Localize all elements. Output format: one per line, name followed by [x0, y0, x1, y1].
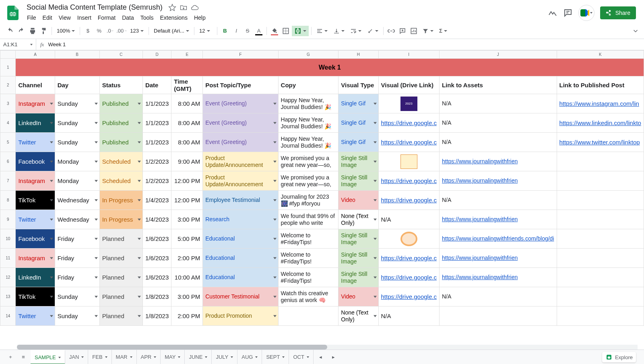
time-cell[interactable]: 12:00 PM — [171, 191, 203, 210]
day-cell[interactable]: Wednesday — [55, 191, 99, 210]
day-cell[interactable]: Sunday — [55, 94, 99, 113]
copy-cell[interactable] — [278, 306, 339, 326]
col-header-J[interactable]: J — [439, 51, 557, 59]
col-header-F[interactable]: F — [203, 51, 278, 59]
visual-type-cell[interactable]: Video — [339, 287, 378, 306]
day-cell[interactable]: Sunday — [55, 287, 99, 306]
day-cell[interactable]: Sunday — [55, 306, 99, 326]
topic-cell[interactable]: Educational — [203, 249, 278, 268]
day-cell[interactable]: Friday — [55, 249, 99, 268]
published-link-cell[interactable] — [557, 249, 644, 268]
day-cell[interactable]: Wednesday — [55, 210, 99, 229]
published-link-cell[interactable] — [557, 306, 644, 326]
published-link-cell[interactable]: https://www.twitter.com/linktop — [557, 133, 644, 152]
column-header[interactable]: Day — [55, 76, 99, 94]
status-cell[interactable]: Scheduled — [99, 152, 142, 171]
activity-icon[interactable] — [548, 8, 557, 18]
row-header-14[interactable]: 14 — [0, 306, 16, 326]
published-link-cell[interactable] — [557, 287, 644, 306]
status-cell[interactable]: Planned — [99, 306, 142, 326]
visual-cell[interactable]: 2023 — [378, 94, 439, 113]
day-cell[interactable]: Monday — [55, 152, 99, 171]
date-cell[interactable]: 1/1/2023 — [142, 94, 171, 113]
share-button[interactable]: Share — [600, 6, 636, 19]
column-header[interactable]: Date — [142, 76, 171, 94]
time-cell[interactable]: 2:00 PM — [171, 249, 203, 268]
assets-cell[interactable]: N/A — [439, 113, 557, 133]
col-header-G[interactable]: G — [278, 51, 339, 59]
published-link-cell[interactable] — [557, 268, 644, 287]
day-cell[interactable]: Sunday — [55, 133, 99, 152]
zoom-dropdown[interactable]: 100% — [54, 26, 77, 36]
topic-cell[interactable]: Product Update/Announcement — [203, 152, 278, 171]
status-cell[interactable]: Planned — [99, 249, 142, 268]
assets-cell[interactable]: https://www.journalingwithfrien — [439, 210, 557, 229]
visual-cell[interactable] — [378, 229, 439, 249]
col-header-B[interactable]: B — [55, 51, 99, 59]
doc-title[interactable]: Social Media Content Template (Semrush) — [24, 2, 165, 12]
status-cell[interactable]: In Progress — [99, 191, 142, 210]
menu-extensions[interactable]: Extensions — [157, 13, 190, 23]
visual-type-cell[interactable]: Single Still Image — [339, 268, 378, 287]
row-header-13[interactable]: 13 — [0, 287, 16, 306]
column-header[interactable]: Link to Published Post — [557, 76, 644, 94]
italic-button[interactable]: I — [231, 26, 242, 36]
topic-cell[interactable]: Customer Testimonial — [203, 287, 278, 306]
row-header-4[interactable]: 4 — [0, 113, 16, 133]
visual-type-cell[interactable]: Single Still Image — [339, 249, 378, 268]
date-cell[interactable]: 1/4/2023 — [142, 191, 171, 210]
topic-cell[interactable]: Educational — [203, 268, 278, 287]
copy-cell[interactable]: Happy New Year, Journal Buddies! 🎉 — [278, 94, 339, 113]
menu-data[interactable]: Data — [119, 13, 137, 23]
channel-cell[interactable]: Facebook — [16, 152, 55, 171]
insert-chart-button[interactable] — [409, 26, 419, 36]
menu-help[interactable]: Help — [191, 13, 208, 23]
channel-cell[interactable]: LinkedIn — [16, 268, 55, 287]
currency-button[interactable]: $ — [83, 26, 93, 36]
time-cell[interactable]: 8:00 AM — [171, 133, 203, 152]
move-icon[interactable] — [180, 4, 188, 12]
day-cell[interactable]: Monday — [55, 171, 99, 191]
font-family-dropdown[interactable]: Default (Ari... — [151, 26, 192, 36]
strikethrough-button[interactable]: S — [242, 26, 253, 36]
formula-input[interactable]: Week 1 — [48, 41, 66, 47]
visual-cell[interactable]: https://drive.google.c — [378, 133, 439, 152]
col-header-C[interactable]: C — [99, 51, 142, 59]
day-cell[interactable]: Friday — [55, 268, 99, 287]
cloud-icon[interactable] — [191, 4, 199, 12]
copy-cell[interactable]: We found that 99% of people who write — [278, 210, 339, 229]
topic-cell[interactable]: Event (Greeting) — [203, 133, 278, 152]
col-header-D[interactable]: D — [142, 51, 171, 59]
time-cell[interactable]: 12:00 PM — [171, 171, 203, 191]
published-link-cell[interactable] — [557, 171, 644, 191]
assets-cell[interactable]: N/A — [439, 133, 557, 152]
copy-cell[interactable]: Watch this creative genius at work 🧠 — [278, 287, 339, 306]
insert-comment-button[interactable] — [397, 26, 408, 36]
column-header[interactable]: Channel — [16, 76, 55, 94]
font-size-dropdown[interactable]: 12 — [197, 26, 215, 36]
visual-type-cell[interactable]: Single Still Image — [339, 229, 378, 249]
insert-link-button[interactable] — [386, 26, 396, 36]
text-color-button[interactable]: A — [254, 26, 264, 36]
text-wrap-dropdown[interactable] — [348, 26, 364, 36]
status-cell[interactable]: In Progress — [99, 210, 142, 229]
channel-cell[interactable]: LinkedIn — [16, 113, 55, 133]
status-cell[interactable]: Published — [99, 113, 142, 133]
meet-button[interactable] — [578, 5, 594, 21]
column-header[interactable]: Visual (Drive Link) — [378, 76, 439, 94]
row-header-5[interactable]: 5 — [0, 133, 16, 152]
assets-cell[interactable]: https://www.journalingwithfrien — [439, 249, 557, 268]
copy-cell[interactable]: We promised you a great new year—so, — [278, 171, 339, 191]
vertical-align-dropdown[interactable] — [331, 26, 347, 36]
spreadsheet-grid[interactable]: ABCDEFGHIJK1Week 12ChannelDayStatusDateT… — [0, 50, 644, 342]
date-cell[interactable]: 1/8/2023 — [142, 306, 171, 326]
time-cell[interactable]: 3:00 PM — [171, 210, 203, 229]
published-link-cell[interactable]: https://www.instagram.com/lin — [557, 94, 644, 113]
visual-cell[interactable]: N/A — [378, 306, 439, 326]
date-cell[interactable]: 1/4/2023 — [142, 210, 171, 229]
date-cell[interactable]: 1/2/2023 — [142, 171, 171, 191]
column-header[interactable]: Link to Assets — [439, 76, 557, 94]
assets-cell[interactable]: https://www.journalingwithfriends.com/bl… — [439, 229, 557, 249]
channel-cell[interactable]: Twitter — [16, 306, 55, 326]
row-header-7[interactable]: 7 — [0, 171, 16, 191]
